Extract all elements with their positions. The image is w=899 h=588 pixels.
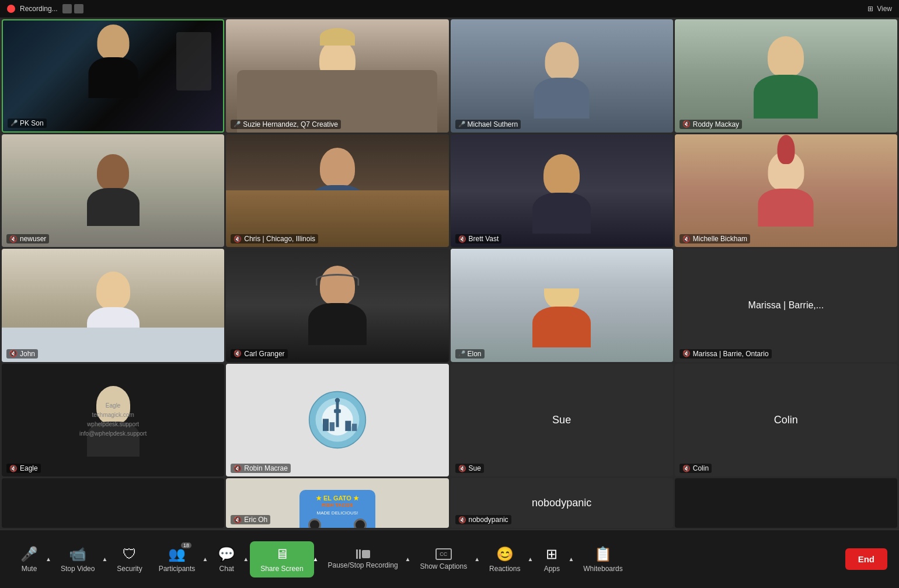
mic-icon-michael: 🎤 bbox=[458, 121, 465, 127]
video-cell-empty-4-0 bbox=[2, 478, 224, 528]
pause-recording-button[interactable]: Pause/Stop Recording bbox=[319, 545, 406, 574]
mic-off-icon-john: 🔇 bbox=[9, 350, 18, 357]
video-cell-suzie: 🎤 Suzie Hernandez, Q7 Creative bbox=[226, 19, 448, 133]
mic-off-icon-sue: 🔇 bbox=[458, 465, 466, 472]
video-cell-marissa: Marissa | Barrie,... 🔇 Marissa | Barrie,… bbox=[675, 249, 897, 362]
share-screen-icon: 🖥 bbox=[275, 546, 289, 562]
avatar-name-marissa: Marissa | Barrie,... bbox=[743, 300, 830, 311]
eagle-text: Eagletechmagick.comwphelpdesk.supportinf… bbox=[79, 401, 147, 439]
video-cell-nobodypanic: nobodypanic 🔇 nobodypanic bbox=[451, 478, 673, 528]
apps-label: Apps bbox=[544, 565, 560, 573]
view-label[interactable]: View bbox=[877, 5, 892, 13]
recording-stop-btn[interactable] bbox=[74, 4, 83, 13]
stop-video-button[interactable]: 📹 Stop Video bbox=[53, 541, 103, 577]
apps-button[interactable]: ⊞ Apps bbox=[534, 541, 569, 577]
end-button[interactable]: End bbox=[845, 548, 887, 570]
avatar-name-colin: Colin bbox=[774, 414, 798, 426]
recording-dot bbox=[7, 5, 15, 13]
mute-button[interactable]: 🎤 Mute bbox=[12, 541, 47, 577]
reactions-icon: 😊 bbox=[496, 546, 514, 562]
stop-icon bbox=[362, 550, 370, 558]
chat-label: Chat bbox=[219, 565, 234, 573]
whiteboards-label: Whiteboards bbox=[583, 565, 622, 573]
video-grid: 🎤 PK Son 🎤 Suzie Hernandez, Q7 Creative … bbox=[0, 18, 899, 530]
view-icon: ⊞ bbox=[867, 5, 873, 13]
share-screen-group: 🖥 Share Screen ▲ bbox=[250, 541, 319, 577]
video-cell-eagle: Eagletechmagick.comwphelpdesk.supportinf… bbox=[2, 364, 224, 477]
recording-label: Recording... bbox=[20, 5, 58, 13]
participant-name-robin: 🔇 Robin Macrae bbox=[231, 464, 291, 473]
svg-rect-4 bbox=[334, 409, 341, 413]
recording-pause-btn[interactable] bbox=[62, 4, 72, 13]
participant-name-colin: 🔇 Colin bbox=[680, 464, 712, 473]
mic-off-icon-newuser: 🔇 bbox=[9, 235, 18, 243]
mute-group: 🎤 Mute ▲ bbox=[12, 541, 53, 577]
participant-name-roddy: 🔇 Roddy Mackay bbox=[680, 120, 742, 129]
svg-rect-7 bbox=[330, 422, 334, 431]
participants-label: Participants bbox=[159, 565, 196, 573]
video-cell-empty-4-3 bbox=[675, 478, 897, 528]
video-cell-carl: 🔇 Carl Granger bbox=[226, 249, 448, 362]
camera-icon: 📹 bbox=[69, 546, 86, 562]
chat-button[interactable]: 💬 Chat bbox=[209, 541, 244, 577]
reactions-button[interactable]: 😊 Reactions bbox=[481, 541, 528, 577]
participant-name-elon: 🎤 Elon bbox=[455, 349, 485, 359]
mute-icon: 🎤 bbox=[20, 546, 38, 562]
reactions-group: 😊 Reactions ▲ bbox=[481, 541, 534, 577]
participants-count-badge: 18 bbox=[181, 542, 191, 548]
participants-button[interactable]: 👥 18 Participants bbox=[151, 541, 204, 577]
video-cell-michelle: 🔇 Michelle Bickham bbox=[675, 134, 897, 248]
participant-name-nobodypanic: 🔇 nobodypanic bbox=[455, 515, 511, 524]
mic-off-icon-eric: 🔇 bbox=[234, 516, 242, 524]
participants-group: 👥 18 Participants ▲ bbox=[151, 541, 210, 577]
mic-off-icon-colin: 🔇 bbox=[682, 465, 691, 472]
video-cell-john: 🔇 John bbox=[2, 249, 224, 362]
share-screen-button[interactable]: 🖥 Share Screen bbox=[250, 541, 313, 577]
pause-icon bbox=[356, 549, 361, 559]
video-cell-newuser: 🔇 newuser bbox=[2, 134, 224, 248]
top-bar-left: Recording... bbox=[7, 4, 83, 13]
apps-caret[interactable]: ▲ bbox=[567, 554, 575, 565]
participant-name-newuser: 🔇 newuser bbox=[6, 234, 49, 243]
avatar-name-sue: Sue bbox=[552, 414, 571, 426]
stop-video-group: 📹 Stop Video ▲ bbox=[53, 541, 109, 577]
security-button[interactable]: 🛡 Security bbox=[109, 541, 150, 577]
whiteboards-group: 📋 Whiteboards bbox=[575, 541, 630, 577]
stop-video-caret[interactable]: ▲ bbox=[100, 554, 109, 565]
mute-caret[interactable]: ▲ bbox=[44, 554, 53, 565]
participant-name-marissa: 🔇 Marissa | Barrie, Ontario bbox=[680, 349, 772, 359]
svg-rect-5 bbox=[335, 398, 340, 403]
participants-icon: 👥 bbox=[168, 546, 186, 562]
reactions-caret[interactable]: ▲ bbox=[526, 554, 534, 565]
mic-off-icon-michelle: 🔇 bbox=[682, 235, 691, 243]
video-cell-michael: 🎤 Michael Suthern bbox=[451, 19, 673, 133]
participant-name-suzie: 🎤 Suzie Hernandez, Q7 Creative bbox=[231, 120, 341, 129]
mute-label: Mute bbox=[22, 565, 37, 573]
participant-name-chris: 🔇 Chris | Chicago, Illinois bbox=[231, 234, 318, 243]
whiteboards-icon: 📋 bbox=[594, 546, 612, 562]
chat-group: 💬 Chat ▲ bbox=[209, 541, 250, 577]
mic-icon-elon: 🎤 bbox=[458, 350, 465, 357]
video-cell-colin: Colin 🔇 Colin bbox=[675, 364, 897, 477]
whiteboards-button[interactable]: 📋 Whiteboards bbox=[575, 541, 630, 577]
recording-controls bbox=[62, 4, 83, 13]
video-cell-sue: Sue 🔇 Sue bbox=[451, 364, 673, 477]
apps-icon: ⊞ bbox=[546, 546, 557, 562]
avatar-name-nobodypanic: nobodypanic bbox=[532, 497, 591, 509]
show-captions-button[interactable]: CC Show Captions bbox=[412, 544, 475, 575]
apps-group: ⊞ Apps ▲ bbox=[534, 541, 575, 577]
chat-caret[interactable]: ▲ bbox=[242, 554, 250, 565]
security-group: 🛡 Security bbox=[109, 541, 150, 577]
participant-name-eagle: 🔇 Eagle bbox=[6, 464, 41, 473]
participant-name-michael: 🎤 Michael Suthern bbox=[455, 120, 521, 129]
participant-name-michelle: 🔇 Michelle Bickham bbox=[680, 234, 750, 243]
pause-recording-caret[interactable]: ▲ bbox=[404, 554, 412, 565]
mic-off-icon-marissa: 🔇 bbox=[682, 350, 691, 357]
video-cell-chris: 🔇 Chris | Chicago, Illinois bbox=[226, 134, 448, 248]
show-captions-caret[interactable]: ▲ bbox=[473, 554, 481, 565]
video-cell-pk-son: 🎤 PK Son bbox=[2, 19, 224, 133]
mic-off-icon-robin: 🔇 bbox=[234, 465, 242, 472]
share-screen-caret[interactable]: ▲ bbox=[312, 554, 320, 565]
participants-caret[interactable]: ▲ bbox=[201, 554, 209, 565]
participant-name-sue: 🔇 Sue bbox=[455, 464, 484, 473]
